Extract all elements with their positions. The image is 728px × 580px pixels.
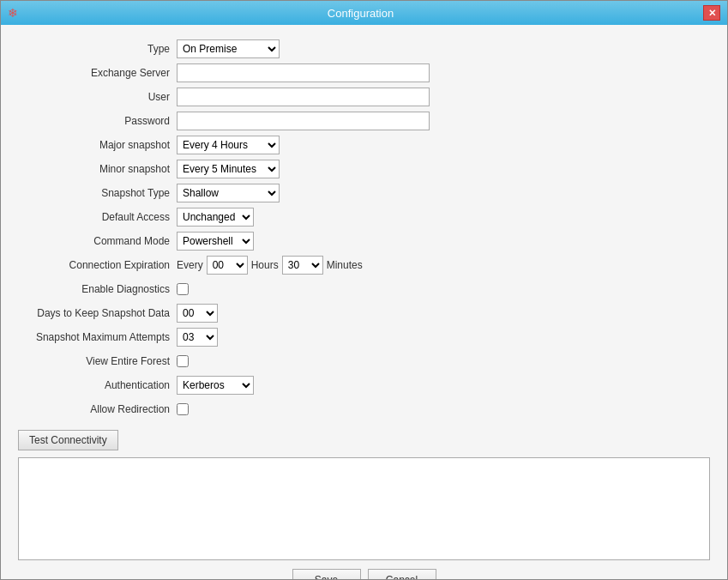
cancel-button[interactable]: Cancel	[368, 569, 436, 579]
connection-expiry-controls: Every 00 01 02 04 08 Hours 00 15 30 45	[177, 256, 363, 275]
main-window: ❄ Configuration ✕ Type On Premise Cloud …	[0, 0, 728, 580]
password-input[interactable]	[177, 112, 430, 130]
snapshot-type-label: Snapshot Type	[18, 187, 177, 199]
password-row: Password	[18, 111, 710, 131]
command-mode-select[interactable]: Powershell CMD	[177, 232, 254, 251]
default-access-label: Default Access	[18, 211, 177, 223]
command-mode-row: Command Mode Powershell CMD	[18, 231, 710, 251]
allow-redirection-row: Allow Redirection	[18, 399, 710, 420]
test-connectivity-row: Test Connectivity	[18, 430, 710, 450]
app-icon: ❄	[8, 6, 18, 20]
type-label: Type	[18, 43, 177, 55]
enable-diagnostics-row: Enable Diagnostics	[18, 279, 710, 299]
days-to-keep-select[interactable]: 00 01 07 14 30	[177, 304, 218, 323]
view-entire-forest-row: View Entire Forest	[18, 351, 710, 372]
authentication-select[interactable]: Kerberos NTLM Basic	[177, 376, 254, 395]
output-box	[18, 457, 710, 560]
view-entire-forest-checkbox[interactable]	[177, 355, 189, 367]
password-label: Password	[18, 115, 177, 127]
type-row: Type On Premise Cloud	[18, 39, 710, 59]
user-label: User	[18, 91, 177, 103]
user-row: User	[18, 87, 710, 107]
expiry-minutes-select[interactable]: 00 15 30 45	[282, 256, 323, 275]
window-title: Configuration	[18, 7, 703, 20]
save-button[interactable]: Save	[292, 569, 361, 579]
title-bar: ❄ Configuration ✕	[1, 1, 727, 25]
major-snapshot-label: Major snapshot	[18, 139, 177, 151]
user-input[interactable]	[177, 88, 430, 106]
default-access-row: Default Access Unchanged Allow Deny	[18, 207, 710, 227]
minor-snapshot-label: Minor snapshot	[18, 163, 177, 175]
connection-expiration-row: Connection Expiration Every 00 01 02 04 …	[18, 255, 710, 275]
snapshot-type-row: Snapshot Type Shallow Deep	[18, 183, 710, 203]
expiry-every-label: Every	[177, 259, 203, 271]
test-connectivity-button[interactable]: Test Connectivity	[18, 430, 118, 450]
snapshot-max-attempts-row: Snapshot Maximum Attempts 01 02 03 04 05	[18, 327, 710, 347]
connection-expiration-label: Connection Expiration	[18, 259, 177, 271]
view-entire-forest-label: View Entire Forest	[18, 355, 177, 367]
snapshot-max-attempts-label: Snapshot Maximum Attempts	[18, 331, 177, 343]
command-mode-label: Command Mode	[18, 235, 177, 247]
expiry-hours-label: Hours	[251, 259, 279, 271]
form-area: Type On Premise Cloud Exchange Server Us…	[18, 39, 710, 560]
enable-diagnostics-checkbox[interactable]	[177, 283, 189, 295]
exchange-server-input[interactable]	[177, 63, 430, 82]
days-to-keep-label: Days to Keep Snapshot Data	[18, 307, 177, 319]
bottom-buttons: Save Cancel	[18, 560, 710, 579]
default-access-select[interactable]: Unchanged Allow Deny	[177, 208, 254, 227]
major-snapshot-select[interactable]: Every 1 Hour Every 2 Hours Every 4 Hours…	[177, 136, 280, 154]
type-select[interactable]: On Premise Cloud	[177, 39, 280, 58]
enable-diagnostics-label: Enable Diagnostics	[18, 283, 177, 295]
allow-redirection-label: Allow Redirection	[18, 403, 177, 415]
exchange-server-label: Exchange Server	[18, 67, 177, 79]
major-snapshot-row: Major snapshot Every 1 Hour Every 2 Hour…	[18, 135, 710, 155]
minor-snapshot-row: Minor snapshot Every 1 Minute Every 5 Mi…	[18, 159, 710, 179]
expiry-minutes-label: Minutes	[327, 259, 363, 271]
allow-redirection-checkbox[interactable]	[177, 403, 189, 415]
snapshot-max-attempts-select[interactable]: 01 02 03 04 05	[177, 328, 218, 347]
expiry-hours-select[interactable]: 00 01 02 04 08	[207, 256, 248, 275]
days-to-keep-row: Days to Keep Snapshot Data 00 01 07 14 3…	[18, 303, 710, 323]
exchange-server-row: Exchange Server	[18, 63, 710, 83]
minor-snapshot-select[interactable]: Every 1 Minute Every 5 Minutes Every 10 …	[177, 160, 280, 178]
close-button[interactable]: ✕	[703, 5, 720, 21]
content-area: Type On Premise Cloud Exchange Server Us…	[1, 25, 727, 579]
authentication-row: Authentication Kerberos NTLM Basic	[18, 375, 710, 396]
authentication-label: Authentication	[18, 379, 177, 391]
snapshot-type-select[interactable]: Shallow Deep	[177, 184, 280, 202]
